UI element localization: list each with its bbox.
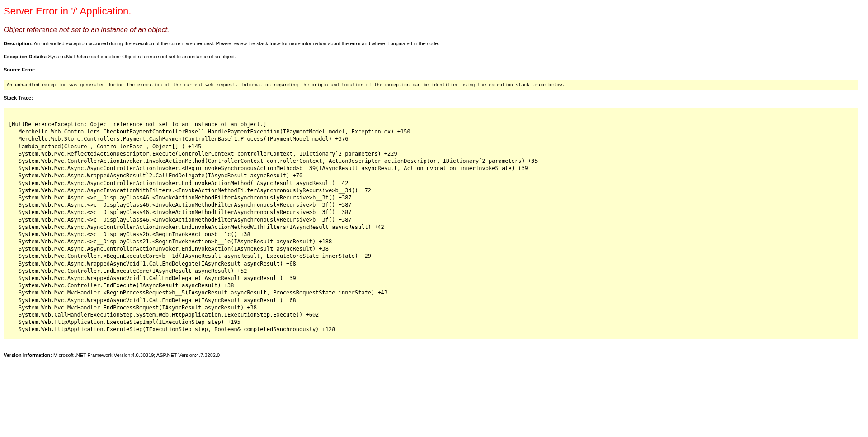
exception-details-text: System.NullReferenceException: Object re… — [48, 54, 236, 59]
exception-details-section: Exception Details: System.NullReferenceE… — [4, 53, 864, 60]
description-section: Description: An unhandled exception occu… — [4, 40, 864, 47]
stack-trace-box: [NullReferenceException: Object referenc… — [4, 108, 858, 339]
exception-details-label: Exception Details: — [4, 54, 47, 59]
stack-trace-section: Stack Trace: — [4, 95, 864, 101]
stack-trace-label: Stack Trace: — [4, 95, 33, 100]
source-error-section: Source Error: — [4, 66, 864, 73]
version-text: Microsoft .NET Framework Version:4.0.303… — [53, 352, 220, 358]
description-text: An unhandled exception occurred during t… — [34, 41, 439, 46]
source-error-label: Source Error: — [4, 67, 36, 72]
divider — [4, 19, 864, 19]
source-error-box: An unhandled exception was generated dur… — [4, 80, 858, 90]
page-title: Server Error in '/' Application. — [4, 5, 864, 17]
divider-bottom — [4, 346, 864, 346]
description-label: Description: — [4, 41, 33, 46]
version-label: Version Information: — [4, 352, 52, 358]
version-section: Version Information: Microsoft .NET Fram… — [4, 352, 864, 358]
exception-heading: Object reference not set to an instance … — [4, 26, 864, 34]
